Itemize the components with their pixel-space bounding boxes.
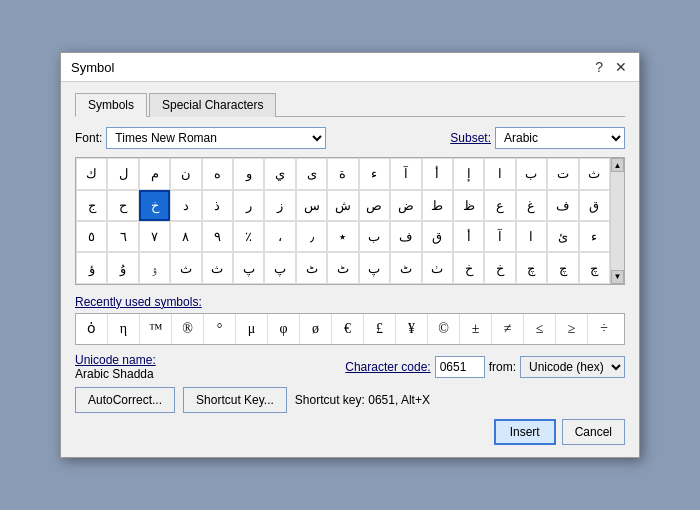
symbol-cell[interactable]: ٭ <box>327 221 358 252</box>
symbol-cell[interactable]: ص <box>359 190 390 221</box>
symbol-cell[interactable]: خ <box>139 190 170 221</box>
symbol-cell[interactable]: ش <box>327 190 358 221</box>
symbol-cell[interactable]: ط <box>422 190 453 221</box>
symbol-cell[interactable]: ن <box>170 158 201 189</box>
recently-used-symbol[interactable]: μ <box>236 314 268 344</box>
shortcut-key-button[interactable]: Shortcut Key... <box>183 387 287 413</box>
autocorrect-button[interactable]: AutoCorrect... <box>75 387 175 413</box>
symbol-cell[interactable]: پ <box>264 252 295 283</box>
insert-button[interactable]: Insert <box>494 419 556 445</box>
scrollbar[interactable]: ▲ ▼ <box>610 158 624 284</box>
help-button[interactable]: ? <box>593 59 605 75</box>
recently-used-symbol[interactable]: ≤ <box>524 314 556 344</box>
symbol-cell[interactable]: إ <box>453 158 484 189</box>
symbol-cell[interactable]: م <box>139 158 170 189</box>
symbol-cell[interactable]: ا <box>516 221 547 252</box>
symbol-cell[interactable]: ئ <box>547 221 578 252</box>
symbol-cell[interactable]: ع <box>484 190 515 221</box>
symbol-cell[interactable]: س <box>296 190 327 221</box>
scroll-track[interactable] <box>611 172 624 270</box>
recently-used-symbol[interactable]: ± <box>460 314 492 344</box>
symbol-cell[interactable]: ف <box>547 190 578 221</box>
symbol-cell[interactable]: ث <box>579 158 610 189</box>
symbol-cell[interactable]: ء <box>359 158 390 189</box>
symbol-cell[interactable]: ج <box>76 190 107 221</box>
symbol-cell[interactable]: ذ <box>202 190 233 221</box>
symbol-cell[interactable]: ٩ <box>202 221 233 252</box>
symbol-cell[interactable]: ٺ <box>422 252 453 283</box>
symbol-cell[interactable]: ٹ <box>296 252 327 283</box>
symbol-cell[interactable]: ي <box>264 158 295 189</box>
symbol-cell[interactable]: ٫ <box>296 221 327 252</box>
symbol-cell[interactable]: آ <box>484 221 515 252</box>
tab-special-characters[interactable]: Special Characters <box>149 93 276 117</box>
recently-used-symbol[interactable]: ≥ <box>556 314 588 344</box>
symbol-cell[interactable]: أ <box>453 221 484 252</box>
from-select[interactable]: Unicode (hex) <box>520 356 625 378</box>
symbol-cell[interactable]: خ <box>484 252 515 283</box>
symbol-cell[interactable]: ث <box>202 252 233 283</box>
symbol-cell[interactable]: ق <box>579 190 610 221</box>
recently-used-symbol[interactable]: ® <box>172 314 204 344</box>
symbol-cell[interactable]: ر <box>233 190 264 221</box>
close-button[interactable]: ✕ <box>613 59 629 75</box>
symbol-cell[interactable]: ؤ <box>76 252 107 283</box>
symbol-cell[interactable]: ه <box>202 158 233 189</box>
tab-symbols[interactable]: Symbols <box>75 93 147 117</box>
symbol-cell[interactable]: ب <box>359 221 390 252</box>
symbol-cell[interactable]: ى <box>296 158 327 189</box>
cancel-button[interactable]: Cancel <box>562 419 625 445</box>
symbol-cell[interactable]: ۉ <box>139 252 170 283</box>
subset-select[interactable]: Arabic <box>495 127 625 149</box>
symbol-cell[interactable]: چ <box>579 252 610 283</box>
symbol-cell[interactable]: ب <box>516 158 547 189</box>
recently-used-symbol[interactable]: ° <box>204 314 236 344</box>
symbol-cell[interactable]: ق <box>422 221 453 252</box>
symbol-cell[interactable]: ٹ <box>327 252 358 283</box>
symbol-cell[interactable]: ك <box>76 158 107 189</box>
recently-used-symbol[interactable]: ≠ <box>492 314 524 344</box>
recently-used-symbol[interactable]: € <box>332 314 364 344</box>
symbol-cell[interactable]: ث <box>170 252 201 283</box>
symbol-cell[interactable]: خ <box>453 252 484 283</box>
symbol-cell[interactable]: ، <box>264 221 295 252</box>
recently-used-symbol[interactable]: £ <box>364 314 396 344</box>
recently-used-symbol[interactable]: ™ <box>140 314 172 344</box>
font-select[interactable]: Times New Roman <box>106 127 326 149</box>
symbol-cell[interactable]: و <box>233 158 264 189</box>
recently-used-symbol[interactable]: © <box>428 314 460 344</box>
symbol-cell[interactable]: پ <box>233 252 264 283</box>
symbol-cell[interactable]: ٧ <box>139 221 170 252</box>
symbol-cell[interactable]: غ <box>516 190 547 221</box>
symbol-cell[interactable]: ۇ <box>107 252 138 283</box>
symbol-cell[interactable]: ٦ <box>107 221 138 252</box>
symbol-cell[interactable]: پ <box>359 252 390 283</box>
recently-used-symbol[interactable]: ÷ <box>588 314 620 344</box>
symbol-cell[interactable]: آ <box>390 158 421 189</box>
symbol-cell[interactable]: ٪ <box>233 221 264 252</box>
symbol-cell[interactable]: ة <box>327 158 358 189</box>
symbol-cell[interactable]: ظ <box>453 190 484 221</box>
char-code-input[interactable] <box>435 356 485 378</box>
recently-used-symbol[interactable]: ¥ <box>396 314 428 344</box>
symbol-cell[interactable]: ٹ <box>390 252 421 283</box>
symbol-cell[interactable]: ء <box>579 221 610 252</box>
symbol-cell[interactable]: ز <box>264 190 295 221</box>
recently-used-symbol[interactable]: η <box>108 314 140 344</box>
symbol-cell[interactable]: ت <box>547 158 578 189</box>
scroll-down-btn[interactable]: ▼ <box>611 270 624 284</box>
symbol-cell[interactable]: ف <box>390 221 421 252</box>
scroll-up-btn[interactable]: ▲ <box>611 158 624 172</box>
recently-used-symbol[interactable]: ȯ <box>76 314 108 344</box>
recently-used-symbol[interactable]: ø <box>300 314 332 344</box>
symbol-cell[interactable]: أ <box>422 158 453 189</box>
symbol-cell[interactable]: ل <box>107 158 138 189</box>
symbol-cell[interactable]: ٥ <box>76 221 107 252</box>
symbol-cell[interactable]: چ <box>516 252 547 283</box>
recently-used-symbol[interactable]: φ <box>268 314 300 344</box>
symbol-cell[interactable]: ض <box>390 190 421 221</box>
symbol-cell[interactable]: ا <box>484 158 515 189</box>
symbol-cell[interactable]: ح <box>107 190 138 221</box>
symbol-cell[interactable]: ٨ <box>170 221 201 252</box>
symbol-cell[interactable]: د <box>170 190 201 221</box>
